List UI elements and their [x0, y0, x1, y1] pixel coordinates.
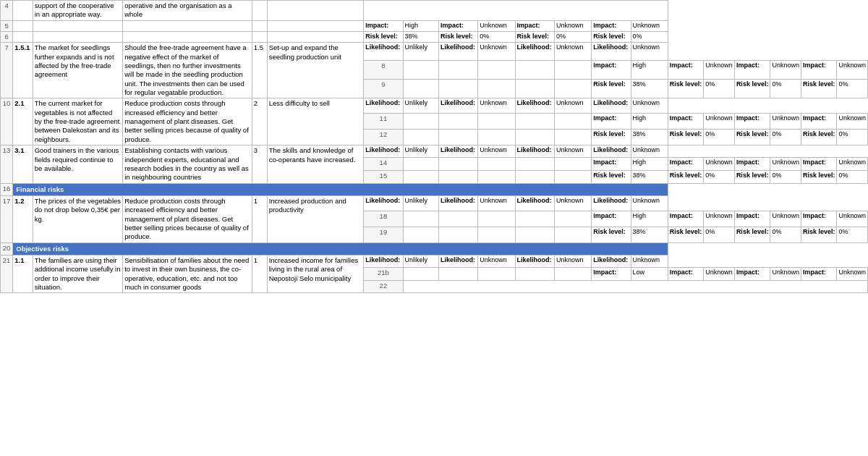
metric-label: Impact: — [801, 158, 837, 171]
metric-label: Risk level: — [592, 227, 631, 242]
desc2-cell — [478, 61, 515, 80]
metric-value: Unknown — [554, 20, 591, 31]
metric-value: Unknown — [554, 145, 591, 158]
desc1-cell: support of the cooperative in an appropr… — [33, 1, 122, 21]
desc2-cell: Reduce production costs through increase… — [123, 98, 252, 145]
metric-label: Impact: — [801, 267, 837, 280]
metric-value: 38% — [631, 80, 668, 98]
desc3-cell — [554, 267, 591, 280]
row-number: 20 — [1, 242, 13, 255]
metric-value: 0% — [478, 32, 515, 43]
desc2-cell — [123, 20, 252, 31]
metric-value: Unknown — [554, 98, 591, 114]
metric-value: Unknown — [554, 43, 591, 61]
id-cell — [403, 227, 438, 242]
metric-label: Impact: — [592, 114, 631, 130]
metric-label: Likelihood: — [515, 255, 554, 267]
metric-value: High — [631, 114, 668, 130]
metric-label: Impact: — [668, 61, 704, 80]
desc1-cell — [438, 158, 477, 171]
metric-label: Likelihood: — [364, 43, 403, 61]
desc3-cell — [267, 1, 364, 21]
metric-label: Likelihood: — [515, 98, 554, 114]
metric-label: Impact: — [592, 158, 631, 171]
metric-label: Likelihood: — [364, 195, 403, 211]
desc1-cell: Good trainers in the various fields requ… — [33, 145, 122, 183]
id-cell — [403, 61, 438, 80]
desc2-cell — [478, 170, 515, 183]
metric-value: 38% — [631, 227, 668, 242]
desc2-cell — [478, 267, 515, 280]
id-cell — [13, 20, 33, 31]
metric-label: Impact: — [438, 20, 477, 31]
desc2-cell: operative and the organisation as a whol… — [123, 1, 252, 21]
metric-value: 0% — [554, 32, 591, 43]
desc1-cell: The families are using their additional … — [33, 255, 122, 292]
metric-value: 0% — [704, 170, 735, 183]
row-number: 18 — [364, 211, 403, 227]
metric-label: Risk level: — [801, 170, 837, 183]
id-cell: 1.5.1 — [13, 43, 33, 98]
desc1-cell: The prices of the vegetables do not drop… — [33, 195, 122, 242]
metric-label: Impact: — [592, 267, 631, 280]
row-number: 19 — [364, 227, 403, 242]
desc1-cell — [438, 114, 477, 130]
id-cell: 2.1 — [13, 98, 33, 145]
metric-value: Unlikely — [403, 255, 438, 267]
metric-value: Unknown — [770, 61, 801, 80]
desc1-cell: The market for seedlings further expands… — [33, 43, 122, 98]
metric-label: Likelihood: — [592, 98, 631, 114]
metric-label: Likelihood: — [438, 98, 477, 114]
metric-label: Likelihood: — [592, 195, 631, 211]
metric-value: Unknown — [770, 211, 801, 227]
metric-value: 0% — [837, 130, 868, 145]
metric-value: Unknown — [478, 20, 515, 31]
num-cell: 1 — [252, 195, 267, 242]
row-number: 21 — [1, 255, 13, 292]
desc3-cell — [267, 32, 364, 43]
desc1-cell — [438, 61, 477, 80]
metric-label: Impact: — [734, 158, 770, 171]
num-cell — [515, 170, 554, 183]
desc3-cell — [554, 130, 591, 145]
row-number: 4 — [1, 1, 13, 21]
metric-label: Risk level: — [364, 32, 403, 43]
desc3-cell — [554, 158, 591, 171]
row-number: 17 — [1, 195, 13, 242]
id-cell: 1.2 — [13, 195, 33, 242]
metric-value: Unknown — [631, 195, 668, 211]
metric-value: Unknown — [704, 158, 735, 171]
metric-label: Likelihood: — [592, 255, 631, 267]
metric-value: Low — [631, 267, 668, 280]
desc3-cell — [554, 170, 591, 183]
metric-value: Unlikely — [403, 195, 438, 211]
desc1-cell — [33, 32, 122, 43]
metric-value: Unknown — [631, 98, 668, 114]
row-number: 8 — [364, 61, 403, 80]
metric-label: Risk level: — [801, 80, 837, 98]
metric-label: Likelihood: — [515, 43, 554, 61]
metric-label: Impact: — [668, 158, 704, 171]
desc2-cell — [478, 227, 515, 242]
row-number: 6 — [1, 32, 13, 43]
num-cell — [515, 211, 554, 227]
num-cell — [515, 61, 554, 80]
desc3-cell — [554, 211, 591, 227]
metric-value: 0% — [837, 227, 868, 242]
row-number: 14 — [364, 158, 403, 171]
desc3-cell: Increased production and productivity — [267, 195, 364, 242]
desc3-cell — [554, 80, 591, 98]
metric-value: Unknown — [631, 20, 668, 31]
metric-label: Risk level: — [668, 227, 704, 242]
metric-label: Risk level: — [801, 130, 837, 145]
num-cell — [252, 32, 267, 43]
num-cell: 1 — [252, 255, 267, 292]
metric-label: Impact: — [734, 267, 770, 280]
metric-label: Likelihood: — [364, 145, 403, 158]
row-number: 13 — [1, 145, 13, 183]
metric-value: Unknown — [704, 211, 735, 227]
id-cell — [403, 211, 438, 227]
num-cell — [515, 158, 554, 171]
row-number: 22 — [364, 280, 403, 293]
desc3-cell: Less difficulty to sell — [267, 98, 364, 145]
